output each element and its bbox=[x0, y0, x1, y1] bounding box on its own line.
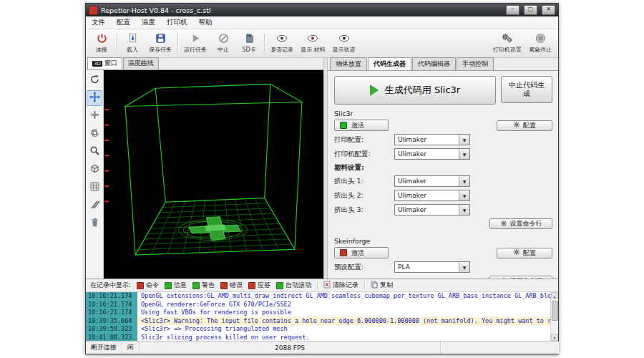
profile-select[interactable]: PLA ▼ bbox=[394, 261, 470, 273]
slice-actions: 生成代码用 Slic3r 中止代码生成 bbox=[334, 76, 552, 105]
toggle-log-button[interactable]: 是否记录 bbox=[267, 30, 297, 57]
printer-setting-select[interactable]: Ulimaker ▼ bbox=[394, 148, 470, 160]
print-setting-label: 打印配置: bbox=[334, 135, 394, 145]
filter-autoscroll[interactable]: 自动滚动 bbox=[276, 281, 311, 290]
chevron-down-icon[interactable]: ▼ bbox=[459, 135, 469, 145]
parallel-projection-button[interactable] bbox=[87, 198, 102, 213]
extruder2-select[interactable]: Ulimaker ▼ bbox=[394, 190, 470, 201]
save-job-label: 保存任务 bbox=[149, 46, 172, 54]
printer-settings-button[interactable]: 打印机设置 bbox=[489, 30, 525, 57]
parallel-lines-icon bbox=[89, 199, 100, 213]
3d-viewport[interactable] bbox=[104, 70, 323, 279]
menu-help[interactable]: 帮助 bbox=[193, 16, 218, 29]
show-filament-icon bbox=[307, 33, 318, 45]
log-text: OpenGL renderer:GeForce GTX 670/PCIe/SSE… bbox=[137, 301, 558, 309]
menu-file[interactable]: 文件 bbox=[86, 16, 111, 29]
show-filament-button[interactable]: 显示 材料 bbox=[297, 30, 329, 57]
slic3r-activate-row: 激活 配置 bbox=[334, 120, 552, 131]
slice-button[interactable]: 生成代码用 Slic3r bbox=[334, 76, 496, 105]
rotate-view-button[interactable] bbox=[87, 72, 102, 88]
slice-button-label: 生成代码用 Slic3r bbox=[385, 84, 460, 97]
log-row: 10:39:35.664 <Slic3r> Warning: The input… bbox=[86, 317, 558, 326]
log-header: 在记录中显示: 命令 信息 警告 错误 应答 bbox=[86, 279, 558, 292]
chevron-down-icon[interactable]: ▼ bbox=[459, 205, 469, 215]
emergency-stop-button[interactable]: 紧急停止 bbox=[525, 30, 555, 57]
log-time: 10:16:21.174 bbox=[86, 301, 137, 309]
menu-config[interactable]: 配置 bbox=[111, 16, 136, 29]
sd-card-button[interactable]: SD卡 bbox=[236, 30, 262, 57]
save-job-button[interactable]: 保存任务 bbox=[145, 30, 175, 57]
menu-temperature[interactable]: 温度 bbox=[136, 16, 161, 29]
run-job-button[interactable]: 运行任务 bbox=[180, 30, 210, 57]
show-travel-button[interactable]: 显示轨迹 bbox=[329, 30, 359, 57]
tab-temperature-curve[interactable]: 温度曲线 bbox=[123, 57, 159, 69]
filter-commands[interactable]: 命令 bbox=[137, 281, 159, 290]
kill-job-label: 中止 bbox=[218, 46, 229, 54]
slic3r-cli-row: 设置命令行 bbox=[334, 218, 552, 229]
emergency-stop-icon bbox=[535, 33, 546, 45]
filter-warnings[interactable]: 警告 bbox=[192, 281, 215, 290]
scroll-down-icon[interactable]: ▼ bbox=[551, 334, 558, 341]
gear-icon bbox=[513, 248, 520, 257]
kill-job-button[interactable]: 中止 bbox=[210, 30, 236, 57]
kill-slicing-button[interactable]: 中止代码生成 bbox=[501, 76, 552, 103]
skeinforge-configure-button[interactable]: 配置 bbox=[497, 248, 552, 258]
tab-object-placement[interactable]: 物体放置 bbox=[330, 57, 367, 70]
clear-log-icon bbox=[323, 281, 331, 290]
scroll-thumb[interactable] bbox=[552, 301, 558, 321]
copy-button[interactable]: 复制 bbox=[371, 281, 393, 290]
slic3r-activate-button[interactable]: 激活 bbox=[334, 120, 389, 131]
extruder3-select[interactable]: Ulimaker ▼ bbox=[394, 204, 470, 216]
clear-log-button[interactable]: 清除记录 bbox=[323, 281, 358, 290]
log-text: <Slic3r> Warning: The input file contain… bbox=[137, 317, 558, 326]
log-scrollbar[interactable]: ▲ ▼ bbox=[550, 292, 558, 341]
filter-errors[interactable]: 错误 bbox=[220, 281, 243, 290]
grid-button[interactable] bbox=[87, 180, 102, 195]
printer-setting-value: Ulimaker bbox=[398, 150, 426, 158]
power-icon bbox=[97, 33, 107, 45]
minimize-button[interactable]: – bbox=[506, 5, 519, 15]
maximize-button[interactable]: ▢ bbox=[524, 5, 537, 15]
print-setting-value: Ulimaker bbox=[398, 136, 426, 143]
extruder1-row: 挤出头 1: Ulimaker ▼ bbox=[334, 175, 552, 187]
slic3r-configure-button[interactable]: 配置 bbox=[497, 120, 552, 131]
connect-button[interactable]: 连接 bbox=[89, 30, 114, 57]
close-button[interactable]: ✕ bbox=[542, 5, 555, 15]
viewer-body bbox=[86, 69, 323, 279]
move-object-button[interactable] bbox=[87, 108, 102, 124]
load-button[interactable]: 载入 bbox=[119, 30, 145, 57]
chevron-down-icon[interactable]: ▼ bbox=[459, 262, 469, 272]
warnings-color-icon bbox=[192, 282, 200, 289]
filter-infos[interactable]: 信息 bbox=[165, 281, 187, 290]
move-view-button[interactable] bbox=[87, 90, 102, 106]
connect-label: 连接 bbox=[96, 46, 107, 54]
scroll-up-icon[interactable]: ▲ bbox=[551, 292, 558, 299]
filter-commands-label: 命令 bbox=[146, 281, 159, 290]
fps-indicator: 2088 FPS bbox=[140, 342, 441, 354]
toolbar-separator bbox=[264, 33, 265, 54]
zoom-button[interactable] bbox=[87, 144, 102, 160]
log-body[interactable]: 10:16:21.174 OpenGL extensions:GL_AMD_mu… bbox=[86, 292, 558, 341]
tab-slicer[interactable]: 代码生成器 bbox=[368, 57, 411, 70]
tab-manual-control[interactable]: 手动控制 bbox=[457, 57, 494, 70]
chevron-down-icon[interactable]: ▼ bbox=[459, 149, 469, 159]
delete-object-button[interactable] bbox=[87, 216, 102, 231]
chevron-down-icon[interactable]: ▼ bbox=[459, 176, 469, 186]
skeinforge-activate-button[interactable]: 激活 bbox=[334, 247, 389, 258]
trash-icon bbox=[89, 217, 100, 231]
tab-gcode-editor[interactable]: 代码编辑器 bbox=[412, 57, 456, 70]
show-filament-label: 显示 材料 bbox=[301, 46, 326, 54]
filter-ack[interactable]: 应答 bbox=[248, 281, 270, 290]
menu-printer[interactable]: 打印机 bbox=[161, 16, 193, 29]
titlebar[interactable]: Repetier-Host V0.84 - cross_c.stl – ▢ ✕ bbox=[86, 4, 558, 16]
slic3r-group-title: Slic3r bbox=[334, 110, 552, 117]
tab-3d-view[interactable]: 3D 窗口 bbox=[87, 57, 122, 69]
view-cube-button[interactable] bbox=[87, 162, 102, 178]
print-setting-select[interactable]: Ulimaker ▼ bbox=[394, 134, 470, 145]
rotate-object-button[interactable] bbox=[87, 126, 102, 142]
extruder1-select[interactable]: Ulimaker ▼ bbox=[394, 175, 470, 187]
chevron-down-icon[interactable]: ▼ bbox=[459, 190, 469, 200]
slic3r-setup-cli-button[interactable]: 设置命令行 bbox=[489, 218, 552, 229]
run-job-label: 运行任务 bbox=[184, 46, 207, 54]
viewer-tabs: 3D 窗口 温度曲线 bbox=[86, 58, 323, 69]
